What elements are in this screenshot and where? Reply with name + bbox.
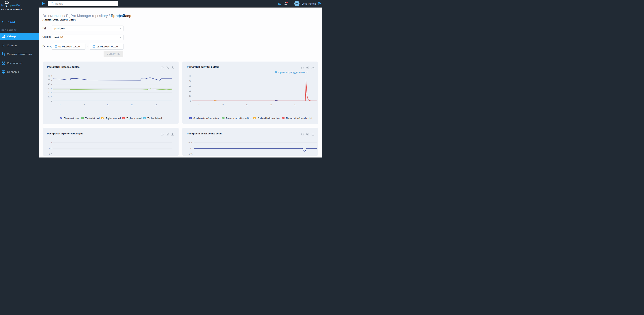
svg-text:12: 12 <box>294 104 296 106</box>
svg-text:9: 9 <box>222 104 224 106</box>
svg-text:60 K: 60 K <box>48 75 52 77</box>
svg-text:11: 11 <box>270 104 272 106</box>
svg-text:10: 10 <box>107 104 109 106</box>
svg-text:12: 12 <box>154 104 156 106</box>
svg-text:50 K: 50 K <box>48 79 52 81</box>
svg-text:8: 8 <box>59 104 60 106</box>
svg-text:50: 50 <box>189 75 191 77</box>
svg-text:30: 30 <box>189 85 191 87</box>
svg-text:0: 0 <box>190 100 191 102</box>
svg-text:30 K: 30 K <box>48 87 52 89</box>
svg-text:20: 20 <box>189 90 191 92</box>
svg-text:10 K: 10 K <box>48 96 52 98</box>
svg-text:20 K: 20 K <box>48 91 52 94</box>
svg-text:0: 0 <box>51 100 52 102</box>
svg-text:10: 10 <box>246 104 248 106</box>
svg-text:40 K: 40 K <box>48 83 52 85</box>
svg-text:1: 1 <box>51 142 52 144</box>
svg-text:10: 10 <box>189 95 191 97</box>
svg-text:40: 40 <box>189 80 191 82</box>
svg-text:11: 11 <box>131 104 133 106</box>
svg-text:8: 8 <box>198 104 200 106</box>
svg-text:0.15: 0.15 <box>188 153 192 155</box>
svg-text:0.25: 0.25 <box>188 142 192 144</box>
svg-text:0.6: 0.6 <box>49 153 52 155</box>
svg-text:9: 9 <box>84 104 84 106</box>
svg-text:0.8: 0.8 <box>49 147 52 149</box>
svg-text:0.2: 0.2 <box>190 147 192 149</box>
